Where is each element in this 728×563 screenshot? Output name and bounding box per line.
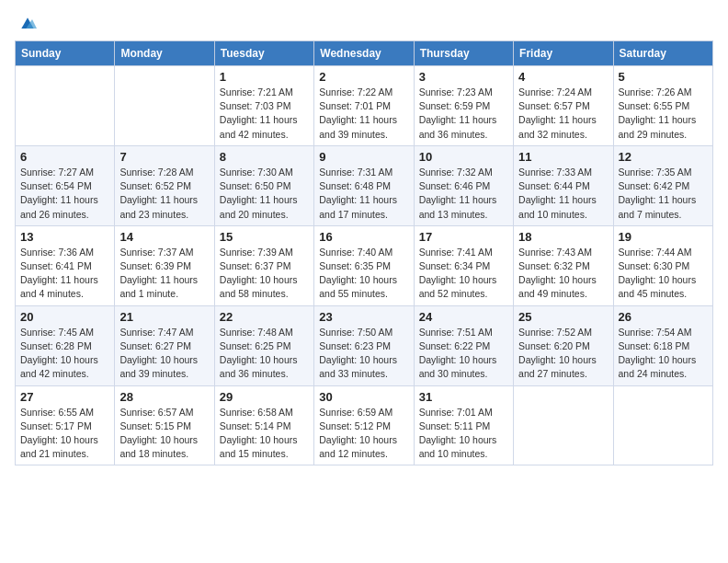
calendar-cell: 25Sunrise: 7:52 AM Sunset: 6:20 PM Dayli… [514, 305, 613, 385]
calendar-cell: 1Sunrise: 7:21 AM Sunset: 7:03 PM Daylig… [214, 66, 313, 146]
calendar-cell: 26Sunrise: 7:54 AM Sunset: 6:18 PM Dayli… [613, 305, 712, 385]
calendar-week-row: 6Sunrise: 7:27 AM Sunset: 6:54 PM Daylig… [16, 145, 713, 225]
calendar-cell: 13Sunrise: 7:36 AM Sunset: 6:41 PM Dayli… [16, 225, 115, 305]
calendar-table: SundayMondayTuesdayWednesdayThursdayFrid… [15, 40, 713, 465]
day-number: 9 [319, 150, 408, 164]
day-info: Sunrise: 7:28 AM Sunset: 6:52 PM Dayligh… [119, 166, 209, 222]
calendar-week-row: 20Sunrise: 7:45 AM Sunset: 6:28 PM Dayli… [16, 305, 713, 385]
day-of-week-header: Wednesday [314, 41, 414, 66]
day-number: 13 [20, 230, 109, 244]
calendar-cell: 24Sunrise: 7:51 AM Sunset: 6:22 PM Dayli… [414, 305, 513, 385]
day-info: Sunrise: 7:51 AM Sunset: 6:22 PM Dayligh… [419, 326, 508, 382]
day-info: Sunrise: 6:59 AM Sunset: 5:12 PM Dayligh… [319, 406, 408, 462]
calendar-cell: 17Sunrise: 7:41 AM Sunset: 6:34 PM Dayli… [414, 225, 513, 305]
day-info: Sunrise: 7:40 AM Sunset: 6:35 PM Dayligh… [319, 246, 408, 302]
day-info: Sunrise: 6:58 AM Sunset: 5:14 PM Dayligh… [220, 406, 309, 462]
day-info: Sunrise: 7:39 AM Sunset: 6:37 PM Dayligh… [220, 246, 309, 302]
calendar-cell: 2Sunrise: 7:22 AM Sunset: 7:01 PM Daylig… [314, 66, 414, 146]
day-info: Sunrise: 7:50 AM Sunset: 6:23 PM Dayligh… [319, 326, 408, 382]
calendar-cell: 8Sunrise: 7:30 AM Sunset: 6:50 PM Daylig… [214, 145, 313, 225]
calendar-week-row: 1Sunrise: 7:21 AM Sunset: 7:03 PM Daylig… [16, 66, 713, 146]
day-number: 26 [619, 310, 708, 324]
calendar-cell: 29Sunrise: 6:58 AM Sunset: 5:14 PM Dayli… [214, 385, 313, 465]
day-number: 11 [518, 150, 608, 164]
day-info: Sunrise: 7:26 AM Sunset: 6:55 PM Dayligh… [619, 86, 708, 142]
day-number: 1 [220, 70, 309, 84]
day-number: 5 [619, 70, 708, 84]
day-number: 17 [419, 230, 508, 244]
day-info: Sunrise: 7:31 AM Sunset: 6:48 PM Dayligh… [319, 166, 408, 222]
logo-icon [18, 15, 37, 33]
day-number: 14 [119, 230, 209, 244]
day-number: 21 [119, 310, 209, 324]
calendar-cell: 23Sunrise: 7:50 AM Sunset: 6:23 PM Dayli… [314, 305, 414, 385]
day-info: Sunrise: 7:30 AM Sunset: 6:50 PM Dayligh… [220, 166, 309, 222]
calendar-cell: 19Sunrise: 7:44 AM Sunset: 6:30 PM Dayli… [613, 225, 712, 305]
day-info: Sunrise: 7:24 AM Sunset: 6:57 PM Dayligh… [518, 86, 608, 142]
calendar-cell [115, 66, 214, 146]
day-info: Sunrise: 7:21 AM Sunset: 7:03 PM Dayligh… [220, 86, 309, 142]
day-number: 2 [319, 70, 408, 84]
day-info: Sunrise: 7:22 AM Sunset: 7:01 PM Dayligh… [319, 86, 408, 142]
day-of-week-header: Monday [115, 41, 214, 66]
calendar-cell [514, 385, 613, 465]
page-header [15, 15, 713, 33]
day-of-week-header: Sunday [16, 41, 115, 66]
calendar-cell: 7Sunrise: 7:28 AM Sunset: 6:52 PM Daylig… [115, 145, 214, 225]
calendar-cell [613, 385, 712, 465]
day-info: Sunrise: 7:36 AM Sunset: 6:41 PM Dayligh… [20, 246, 109, 302]
day-number: 27 [20, 390, 109, 404]
day-number: 19 [619, 230, 708, 244]
day-info: Sunrise: 7:43 AM Sunset: 6:32 PM Dayligh… [518, 246, 608, 302]
calendar-cell: 21Sunrise: 7:47 AM Sunset: 6:27 PM Dayli… [115, 305, 214, 385]
day-number: 29 [220, 390, 309, 404]
calendar-cell: 28Sunrise: 6:57 AM Sunset: 5:15 PM Dayli… [115, 385, 214, 465]
day-number: 31 [419, 390, 508, 404]
day-info: Sunrise: 7:47 AM Sunset: 6:27 PM Dayligh… [119, 326, 209, 382]
day-number: 20 [20, 310, 109, 324]
day-number: 25 [518, 310, 608, 324]
logo [15, 15, 37, 33]
day-info: Sunrise: 7:41 AM Sunset: 6:34 PM Dayligh… [419, 246, 508, 302]
calendar-cell [16, 66, 115, 146]
calendar-cell: 9Sunrise: 7:31 AM Sunset: 6:48 PM Daylig… [314, 145, 414, 225]
day-number: 30 [319, 390, 408, 404]
day-info: Sunrise: 7:27 AM Sunset: 6:54 PM Dayligh… [20, 166, 109, 222]
calendar-cell: 16Sunrise: 7:40 AM Sunset: 6:35 PM Dayli… [314, 225, 414, 305]
day-number: 12 [619, 150, 708, 164]
calendar-cell: 5Sunrise: 7:26 AM Sunset: 6:55 PM Daylig… [613, 66, 712, 146]
day-number: 7 [119, 150, 209, 164]
day-info: Sunrise: 7:48 AM Sunset: 6:25 PM Dayligh… [220, 326, 309, 382]
day-number: 16 [319, 230, 408, 244]
calendar-cell: 18Sunrise: 7:43 AM Sunset: 6:32 PM Dayli… [514, 225, 613, 305]
calendar-week-row: 27Sunrise: 6:55 AM Sunset: 5:17 PM Dayli… [16, 385, 713, 465]
calendar-cell: 15Sunrise: 7:39 AM Sunset: 6:37 PM Dayli… [214, 225, 313, 305]
calendar-cell: 31Sunrise: 7:01 AM Sunset: 5:11 PM Dayli… [414, 385, 513, 465]
calendar-cell: 4Sunrise: 7:24 AM Sunset: 6:57 PM Daylig… [514, 66, 613, 146]
day-number: 8 [220, 150, 309, 164]
day-info: Sunrise: 7:45 AM Sunset: 6:28 PM Dayligh… [20, 326, 109, 382]
day-info: Sunrise: 7:54 AM Sunset: 6:18 PM Dayligh… [619, 326, 708, 382]
calendar-header-row: SundayMondayTuesdayWednesdayThursdayFrid… [16, 41, 713, 66]
day-number: 18 [518, 230, 608, 244]
day-info: Sunrise: 7:52 AM Sunset: 6:20 PM Dayligh… [518, 326, 608, 382]
calendar-cell: 12Sunrise: 7:35 AM Sunset: 6:42 PM Dayli… [613, 145, 712, 225]
day-info: Sunrise: 7:37 AM Sunset: 6:39 PM Dayligh… [119, 246, 209, 302]
day-of-week-header: Friday [514, 41, 613, 66]
day-number: 28 [119, 390, 209, 404]
calendar-cell: 22Sunrise: 7:48 AM Sunset: 6:25 PM Dayli… [214, 305, 313, 385]
day-number: 6 [20, 150, 109, 164]
calendar-cell: 11Sunrise: 7:33 AM Sunset: 6:44 PM Dayli… [514, 145, 613, 225]
day-number: 10 [419, 150, 508, 164]
day-info: Sunrise: 7:44 AM Sunset: 6:30 PM Dayligh… [619, 246, 708, 302]
calendar-cell: 27Sunrise: 6:55 AM Sunset: 5:17 PM Dayli… [16, 385, 115, 465]
day-info: Sunrise: 6:55 AM Sunset: 5:17 PM Dayligh… [20, 406, 109, 462]
day-of-week-header: Thursday [414, 41, 513, 66]
day-number: 3 [419, 70, 508, 84]
day-info: Sunrise: 7:32 AM Sunset: 6:46 PM Dayligh… [419, 166, 508, 222]
day-info: Sunrise: 7:01 AM Sunset: 5:11 PM Dayligh… [419, 406, 508, 462]
day-number: 23 [319, 310, 408, 324]
calendar-cell: 3Sunrise: 7:23 AM Sunset: 6:59 PM Daylig… [414, 66, 513, 146]
calendar-cell: 20Sunrise: 7:45 AM Sunset: 6:28 PM Dayli… [16, 305, 115, 385]
day-of-week-header: Saturday [613, 41, 712, 66]
